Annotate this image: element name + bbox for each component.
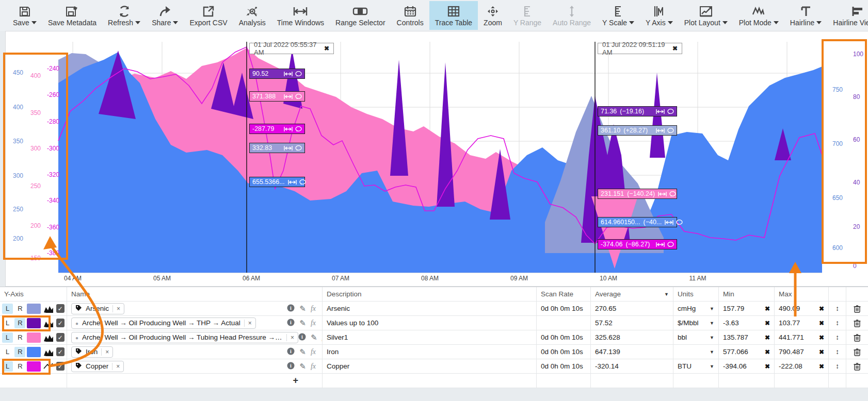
right-axis-button[interactable]: R	[14, 347, 25, 357]
clear-max-icon[interactable]: ✖	[819, 305, 824, 312]
tool-y-scale-button[interactable]: Y Scale	[597, 1, 640, 30]
tool-controls-button[interactable]: Controls	[391, 1, 429, 30]
hairline-value-chip[interactable]: 361.10(+28.27)	[598, 125, 677, 136]
autoscale-range-icon[interactable]: ↕	[829, 345, 846, 359]
tool-y-axis-button[interactable]: Y Axis	[640, 1, 679, 30]
units-dropdown[interactable]: bbl▼	[673, 330, 719, 344]
chip-measure-and-comment-icons[interactable]	[284, 126, 302, 132]
edit-icon[interactable]: ✎	[299, 347, 306, 357]
delete-row-icon[interactable]	[846, 359, 868, 373]
units-dropdown[interactable]: cmHg▼	[673, 302, 719, 315]
hairline-value-chip[interactable]: 231.151(−140.24)	[598, 189, 677, 199]
clear-max-icon[interactable]: ✖	[819, 348, 824, 356]
signal-pill[interactable]: ●Archer Well → Oil Producing Well → Tubi…	[71, 332, 298, 343]
clear-min-icon[interactable]: ✖	[765, 348, 770, 356]
delete-row-icon[interactable]	[846, 330, 868, 344]
color-swatch[interactable]	[27, 361, 41, 372]
info-icon[interactable]: i	[287, 319, 295, 328]
autoscale-range-icon[interactable]: ↕	[829, 330, 846, 344]
edit-icon[interactable]: ✎	[311, 333, 317, 342]
clear-min-icon[interactable]: ✖	[765, 334, 770, 341]
remove-signal-icon[interactable]: ×	[101, 348, 109, 356]
info-icon[interactable]: i	[287, 362, 295, 371]
delete-row-icon[interactable]	[846, 345, 868, 359]
left-axis-button[interactable]: L	[2, 361, 13, 372]
formula-icon[interactable]: fx	[311, 362, 316, 371]
tool-hairline-button[interactable]: Hairline	[784, 1, 827, 30]
right-axis-button[interactable]: R	[14, 361, 25, 372]
col-average-sort[interactable]: Average▼	[591, 287, 673, 301]
chip-measure-and-comment-icons[interactable]	[656, 109, 674, 114]
trend-chart[interactable]	[1, 31, 868, 287]
info-icon[interactable]: i	[287, 347, 295, 357]
left-axis-button[interactable]: L	[2, 332, 13, 343]
chip-measure-and-comment-icons[interactable]	[288, 179, 306, 185]
left-axis-button[interactable]: L	[2, 347, 13, 357]
autoscale-range-icon[interactable]: ↕	[829, 316, 846, 330]
tool-trace-table-button[interactable]: Trace Table	[429, 1, 478, 30]
units-dropdown[interactable]: ▼	[673, 345, 719, 359]
clear-max-icon[interactable]: ✖	[819, 363, 824, 370]
remove-signal-icon[interactable]: ×	[244, 320, 252, 327]
visibility-checkbox[interactable]: ✓	[56, 362, 65, 371]
right-axis-button[interactable]: R	[14, 318, 25, 328]
hairline-value-chip[interactable]: 371.388	[249, 91, 305, 102]
formula-icon[interactable]: fx	[311, 348, 316, 356]
edit-icon[interactable]: ✎	[299, 319, 306, 328]
chip-measure-and-comment-icons[interactable]	[658, 191, 676, 197]
autoscale-range-icon[interactable]: ↕	[829, 359, 846, 373]
visibility-checkbox[interactable]: ✓	[56, 304, 65, 313]
clear-min-icon[interactable]: ✖	[765, 363, 770, 370]
remove-signal-icon[interactable]: ×	[112, 305, 120, 312]
remove-signal-icon[interactable]: ×	[286, 334, 294, 341]
add-signal-button[interactable]: +	[293, 375, 318, 386]
delete-row-icon[interactable]	[846, 302, 868, 315]
signal-pill[interactable]: Iron×	[71, 346, 113, 358]
left-axis-button[interactable]: L	[2, 304, 13, 314]
hairline-value-chip[interactable]: 332.83	[249, 143, 305, 153]
tool-plot-mode-button[interactable]: Plot Mode	[733, 1, 784, 30]
hairline-timestamp-2[interactable]: 01 Jul 2022 09:51:19 AM✖	[598, 43, 682, 54]
tool-refresh-button[interactable]: Refresh	[102, 1, 146, 30]
chip-measure-and-comment-icons[interactable]	[665, 220, 683, 225]
tool-time-windows-button[interactable]: Time Windows	[271, 1, 330, 30]
tool-plot-layout-button[interactable]: Plot Layout	[679, 1, 733, 30]
hairline-value-chip[interactable]: -374.06(−86.27)	[598, 239, 677, 249]
formula-icon[interactable]: fx	[311, 305, 316, 313]
autoscale-range-icon[interactable]: ↕	[829, 302, 846, 315]
tool-hairline-view-button[interactable]: Hairline View	[827, 1, 868, 30]
hairline-value-chip[interactable]: -287.79	[249, 124, 305, 134]
tool-analysis-button[interactable]: Analysis	[233, 1, 271, 30]
visibility-checkbox[interactable]: ✓	[56, 347, 65, 356]
chip-measure-and-comment-icons[interactable]	[284, 71, 302, 77]
area-plot-icon[interactable]	[42, 304, 54, 314]
left-axis-button[interactable]: L	[2, 318, 13, 328]
color-swatch[interactable]	[27, 332, 41, 343]
delete-row-icon[interactable]	[846, 316, 868, 330]
clear-max-icon[interactable]: ✖	[819, 320, 824, 327]
clear-max-icon[interactable]: ✖	[819, 334, 824, 341]
signal-pill[interactable]: ●Archer Well → Oil Producing Well → THP …	[71, 318, 256, 329]
visibility-checkbox[interactable]: ✓	[56, 333, 65, 342]
clear-min-icon[interactable]: ✖	[765, 320, 770, 327]
edit-icon[interactable]: ✎	[299, 362, 306, 371]
formula-icon[interactable]: fx	[311, 319, 316, 327]
area-plot-icon[interactable]	[42, 347, 54, 357]
hairline-value-chip[interactable]: 655.5366...	[249, 177, 305, 187]
signal-pill[interactable]: Arsenic×	[71, 303, 124, 314]
units-dropdown[interactable]: $/Mbbl▼	[673, 316, 719, 330]
tool-zoom-button[interactable]: Zoom	[478, 1, 508, 30]
units-dropdown[interactable]: BTU▼	[673, 359, 719, 373]
color-swatch[interactable]	[27, 304, 41, 314]
edit-icon[interactable]: ✎	[299, 304, 306, 313]
info-icon[interactable]: i	[287, 304, 295, 313]
tool-share-button[interactable]: Share	[146, 1, 184, 30]
signal-pill[interactable]: Copper×	[71, 361, 124, 372]
chip-measure-and-comment-icons[interactable]	[656, 242, 674, 247]
close-icon[interactable]: ✖	[672, 45, 678, 52]
remove-signal-icon[interactable]: ×	[112, 363, 120, 370]
tool-save-metadata-button[interactable]: Save Metadata	[42, 1, 102, 30]
tool-export-csv-button[interactable]: Export CSV	[184, 1, 233, 30]
info-icon[interactable]: i	[298, 333, 306, 342]
tool-range-selector-button[interactable]: Range Selector	[330, 1, 391, 30]
